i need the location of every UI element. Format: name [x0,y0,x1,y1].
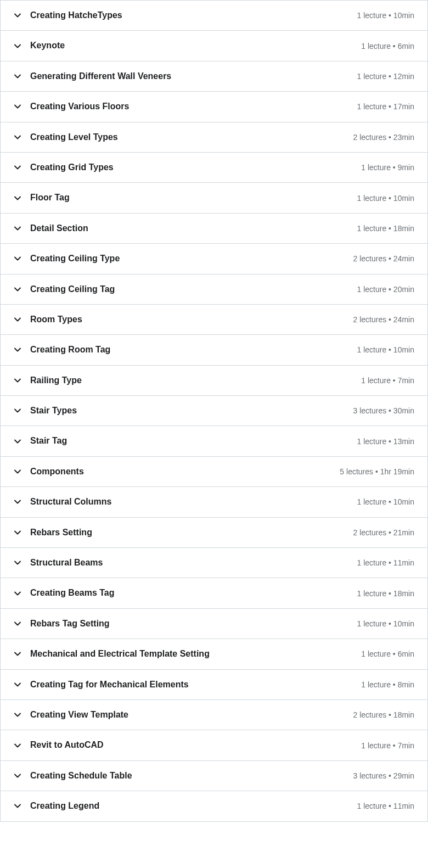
section-meta: 1 lecture • 20min [357,285,414,294]
section-row[interactable]: Structural Columns1 lecture • 10min [1,487,427,517]
section-meta: 5 lectures • 1hr 19min [340,467,414,476]
chevron-down-icon [14,72,21,80]
section-meta: 2 lectures • 23min [353,133,414,142]
section-left: Stair Tag [14,435,67,447]
section-left: Creating Ceiling Tag [14,283,115,295]
section-title: Creating View Template [30,709,128,721]
chevron-down-icon [14,346,21,354]
section-row[interactable]: Creating Level Types2 lectures • 23min [1,122,427,153]
section-row[interactable]: Creating Legend1 lecture • 11min [1,791,427,821]
section-title: Components [30,466,84,478]
section-left: Creating Level Types [14,131,118,143]
section-title: Railing Type [30,374,82,387]
section-row[interactable]: Creating Tag for Mechanical Elements1 le… [1,670,427,700]
section-row[interactable]: Mechanical and Electrical Template Setti… [1,639,427,669]
section-meta: 1 lecture • 18min [357,589,414,598]
section-left: Detail Section [14,222,88,234]
section-meta: 1 lecture • 9min [361,163,414,172]
section-meta: 2 lectures • 24min [353,315,414,324]
section-row[interactable]: Rebars Tag Setting1 lecture • 10min [1,609,427,639]
chevron-down-icon [14,103,21,110]
chevron-down-icon [14,407,21,415]
section-meta: 1 lecture • 10min [357,11,414,20]
section-row[interactable]: Railing Type1 lecture • 7min [1,366,427,396]
section-row[interactable]: Creating HatcheTypes1 lecture • 10min [1,1,427,31]
section-left: Revit to AutoCAD [14,739,104,751]
chevron-down-icon [14,225,21,232]
section-row[interactable]: Generating Different Wall Veneers1 lectu… [1,61,427,92]
chevron-down-icon [14,802,21,810]
chevron-down-icon [14,650,21,658]
section-left: Rebars Setting [14,527,92,539]
section-meta: 3 lectures • 30min [353,406,414,415]
chevron-down-icon [14,377,21,384]
chevron-down-icon [14,255,21,262]
section-meta: 1 lecture • 11min [357,802,414,810]
section-row[interactable]: Creating Room Tag1 lecture • 10min [1,335,427,365]
section-meta: 1 lecture • 18min [357,224,414,233]
section-row[interactable]: Rebars Setting2 lectures • 21min [1,518,427,548]
section-title: Revit to AutoCAD [30,739,104,751]
section-title: Keynote [30,40,65,52]
section-meta: 1 lecture • 11min [357,558,414,567]
section-row[interactable]: Creating Ceiling Type2 lectures • 24min [1,244,427,274]
section-left: Stair Types [14,405,77,417]
chevron-down-icon [14,772,21,780]
section-left: Creating HatcheTypes [14,9,122,21]
section-title: Structural Beams [30,557,103,569]
section-title: Rebars Setting [30,527,92,539]
section-row[interactable]: Creating Ceiling Tag1 lecture • 20min [1,275,427,305]
section-meta: 2 lectures • 21min [353,528,414,537]
section-meta: 1 lecture • 6min [361,649,414,658]
chevron-down-icon [14,42,21,50]
section-meta: 1 lecture • 10min [357,345,414,354]
chevron-down-icon [14,620,21,628]
section-title: Generating Different Wall Veneers [30,70,171,82]
section-row[interactable]: Structural Beams1 lecture • 11min [1,548,427,578]
section-left: Creating Beams Tag [14,587,115,599]
chevron-down-icon [14,742,21,749]
section-title: Stair Tag [30,435,67,447]
section-row[interactable]: Components5 lectures • 1hr 19min [1,457,427,487]
section-row[interactable]: Stair Types3 lectures • 30min [1,396,427,426]
section-meta: 1 lecture • 17min [357,102,414,111]
section-title: Rebars Tag Setting [30,618,110,630]
section-row[interactable]: Revit to AutoCAD1 lecture • 7min [1,730,427,760]
section-title: Detail Section [30,222,88,234]
section-title: Creating Room Tag [30,344,110,356]
section-row[interactable]: Creating Various Floors1 lecture • 17min [1,92,427,122]
section-row[interactable]: Detail Section1 lecture • 18min [1,214,427,244]
section-row[interactable]: Creating Beams Tag1 lecture • 18min [1,578,427,608]
section-meta: 1 lecture • 8min [361,680,414,689]
section-row[interactable]: Keynote1 lecture • 6min [1,31,427,61]
section-title: Floor Tag [30,192,70,204]
chevron-down-icon [14,316,21,323]
section-title: Creating Legend [30,800,99,812]
section-title: Creating Various Floors [30,100,129,113]
section-left: Structural Columns [14,496,111,508]
section-left: Creating View Template [14,709,128,721]
section-meta: 2 lectures • 18min [353,710,414,719]
course-sections-accordion: Creating HatcheTypes1 lecture • 10minKey… [0,0,428,822]
section-title: Creating Beams Tag [30,587,115,599]
chevron-down-icon [14,285,21,293]
section-row[interactable]: Stair Tag1 lecture • 13min [1,426,427,456]
section-left: Structural Beams [14,557,103,569]
chevron-down-icon [14,194,21,202]
section-row[interactable]: Creating View Template2 lectures • 18min [1,700,427,730]
section-meta: 1 lecture • 12min [357,72,414,81]
chevron-down-icon [14,438,21,445]
section-title: Creating Ceiling Tag [30,283,115,295]
section-row[interactable]: Creating Grid Types1 lecture • 9min [1,153,427,183]
section-row[interactable]: Creating Schedule Table3 lectures • 29mi… [1,761,427,791]
section-row[interactable]: Floor Tag1 lecture • 10min [1,183,427,213]
section-title: Room Types [30,313,82,326]
chevron-down-icon [14,12,21,19]
section-meta: 2 lectures • 24min [353,254,414,263]
section-meta: 1 lecture • 6min [361,42,414,51]
section-left: Creating Tag for Mechanical Elements [14,679,189,691]
section-title: Stair Types [30,405,77,417]
chevron-down-icon [14,133,21,141]
section-row[interactable]: Room Types2 lectures • 24min [1,305,427,335]
section-title: Creating HatcheTypes [30,9,122,21]
